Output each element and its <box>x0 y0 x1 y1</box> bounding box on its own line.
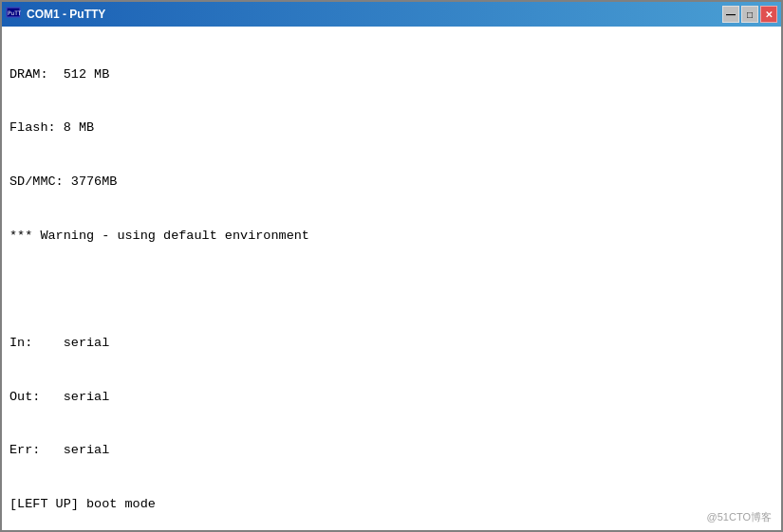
terminal-line: [LEFT UP] boot mode <box>9 496 774 514</box>
main-window: PuTTY COM1 - PuTTY — □ ✕ DRAM: 512 MB Fl… <box>0 0 783 532</box>
terminal-line: Flash: 8 MB <box>9 119 774 138</box>
title-bar-left: PuTTY COM1 - PuTTY <box>6 7 105 22</box>
window-controls: — □ ✕ <box>722 6 777 23</box>
window-title: COM1 - PuTTY <box>27 8 105 21</box>
minimize-button[interactable]: — <box>722 6 739 23</box>
title-bar: PuTTY COM1 - PuTTY — □ ✕ <box>2 2 781 27</box>
terminal-line: SD/MMC: 3776MB <box>9 174 774 192</box>
terminal-content: DRAM: 512 MB Flash: 8 MB SD/MMC: 3776MB … <box>9 30 774 530</box>
watermark: @51CTO博客 <box>707 510 772 524</box>
terminal-line <box>9 281 774 299</box>
close-button[interactable]: ✕ <box>760 6 777 23</box>
terminal-body[interactable]: DRAM: 512 MB Flash: 8 MB SD/MMC: 3776MB … <box>2 27 781 530</box>
terminal-line: DRAM: 512 MB <box>9 66 774 84</box>
putty-icon: PuTTY <box>6 7 21 22</box>
terminal-line: In: serial <box>9 335 774 353</box>
svg-text:PuTTY: PuTTY <box>8 9 21 16</box>
terminal-line: Out: serial <box>9 389 774 407</box>
terminal-line: *** Warning - using default environment <box>9 228 774 246</box>
maximize-button[interactable]: □ <box>741 6 758 23</box>
terminal-line: Err: serial <box>9 442 774 460</box>
